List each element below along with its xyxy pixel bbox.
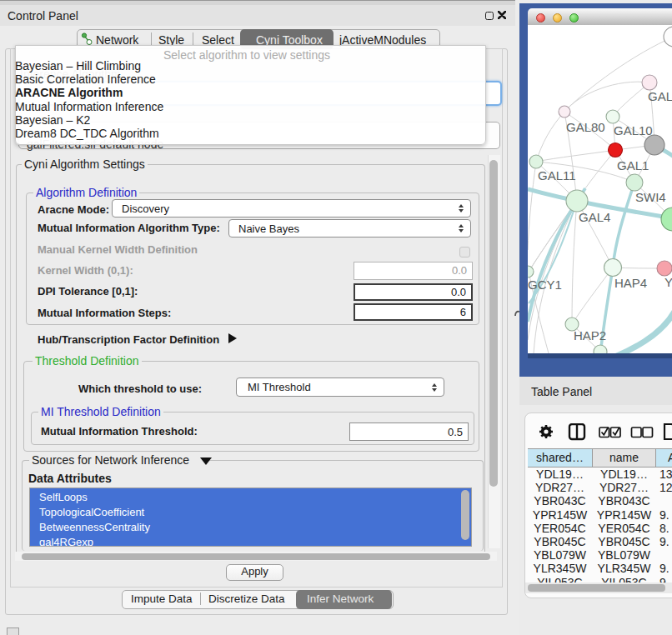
svg-text:GAL1: GAL1 (617, 158, 649, 172)
svg-text:GAL7: GAL7 (648, 89, 672, 103)
svg-text:GAL4: GAL4 (579, 210, 610, 224)
svg-text:GAL10: GAL10 (614, 123, 653, 138)
svg-text:HAP4: HAP4 (614, 276, 647, 290)
svg-text:Y: Y (664, 275, 672, 289)
svg-text:GCY1: GCY1 (528, 278, 562, 292)
svg-text:GAL11: GAL11 (538, 168, 576, 182)
svg-text:SWI4: SWI4 (635, 190, 666, 204)
svg-text:GAL80: GAL80 (566, 120, 605, 134)
svg-text:HAP2: HAP2 (574, 328, 606, 342)
